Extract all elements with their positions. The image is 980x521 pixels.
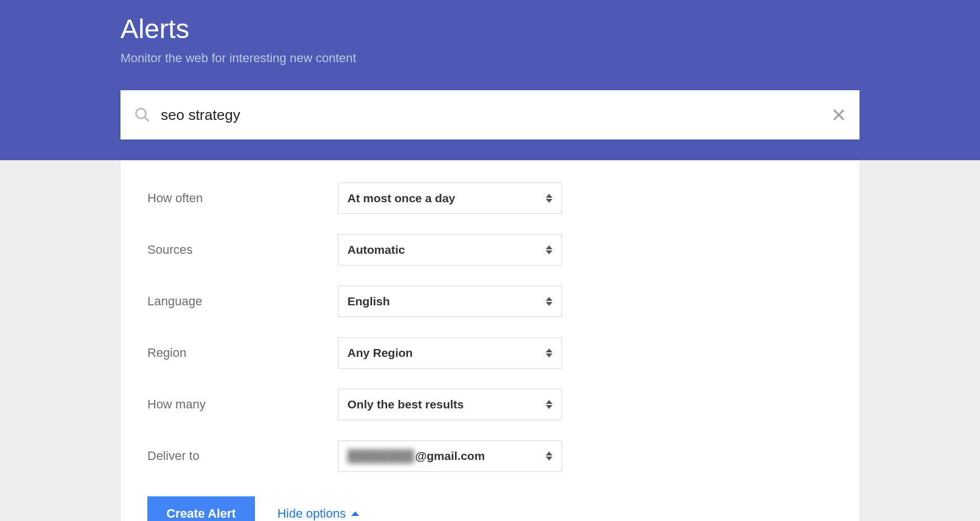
row-deliver-to: Deliver to ████████@gmail.com <box>147 440 833 472</box>
label-region: Region <box>147 346 338 360</box>
row-sources: Sources Automatic <box>147 234 833 266</box>
caret-up-icon <box>351 511 359 516</box>
svg-line-1 <box>145 117 149 122</box>
search-input[interactable] <box>161 106 832 124</box>
label-how-many: How many <box>147 397 338 412</box>
select-deliver-to[interactable]: ████████@gmail.com <box>338 440 562 472</box>
header: Alerts Monitor the web for interesting n… <box>0 0 980 160</box>
page-title: Alerts <box>120 13 860 44</box>
row-language: Language English <box>147 286 833 317</box>
select-language[interactable]: English <box>338 286 562 317</box>
select-value: English <box>347 295 390 308</box>
select-how-often[interactable]: At most once a day <box>338 183 562 214</box>
sort-arrows-icon <box>546 194 552 203</box>
create-alert-button[interactable]: Create Alert <box>147 496 255 521</box>
sort-arrows-icon <box>546 245 552 254</box>
label-sources: Sources <box>147 243 338 257</box>
sort-arrows-icon <box>546 348 552 357</box>
row-how-many: How many Only the best results <box>147 389 833 420</box>
options-panel: How often At most once a day Sources Aut… <box>120 160 860 521</box>
search-container <box>120 90 860 139</box>
label-how-often: How often <box>147 191 338 206</box>
search-icon <box>134 106 151 123</box>
sort-arrows-icon <box>546 297 552 306</box>
select-value: Any Region <box>347 346 413 360</box>
select-sources[interactable]: Automatic <box>338 234 562 266</box>
sort-arrows-icon <box>546 452 552 460</box>
page-subtitle: Monitor the web for interesting new cont… <box>120 51 860 66</box>
close-icon[interactable] <box>832 108 846 122</box>
actions-row: Create Alert Hide options <box>147 496 833 521</box>
select-value: At most once a day <box>347 192 456 205</box>
select-value: ████████@gmail.com <box>347 449 485 463</box>
sort-arrows-icon <box>546 400 552 409</box>
row-how-often: How often At most once a day <box>147 183 833 214</box>
select-how-many[interactable]: Only the best results <box>338 389 562 420</box>
row-region: Region Any Region <box>147 337 833 369</box>
select-value: Automatic <box>347 243 405 257</box>
select-region[interactable]: Any Region <box>338 337 562 369</box>
label-language: Language <box>147 294 338 309</box>
label-deliver-to: Deliver to <box>147 449 338 463</box>
hide-options-label: Hide options <box>277 506 346 521</box>
hide-options-link[interactable]: Hide options <box>277 506 359 521</box>
svg-point-0 <box>136 109 146 119</box>
email-domain: @gmail.com <box>415 449 485 462</box>
select-value: Only the best results <box>347 398 464 411</box>
email-local-part: ████████ <box>347 449 414 463</box>
